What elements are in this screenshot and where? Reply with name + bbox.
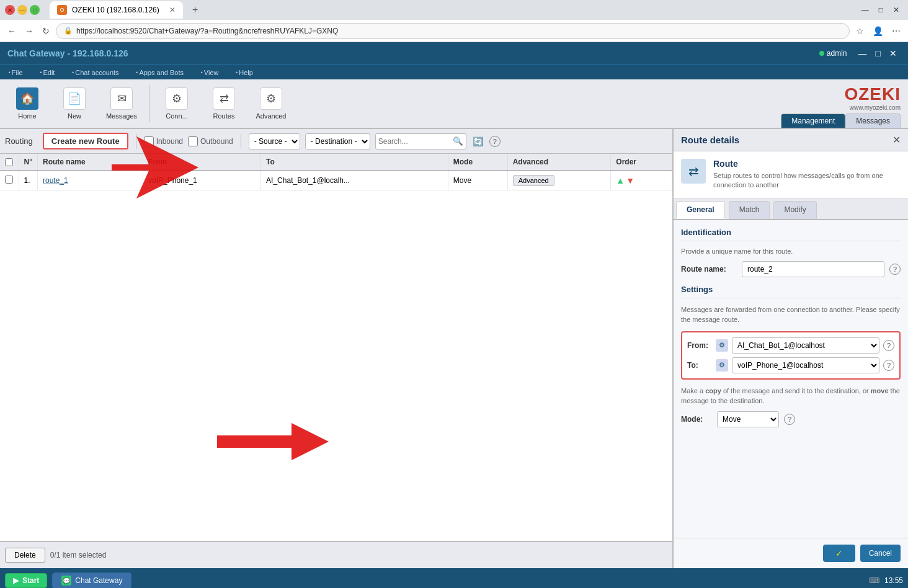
toolbar-advanced-btn[interactable]: ⚙ Advanced — [249, 82, 293, 125]
menu-edit[interactable]: Edit — [37, 68, 59, 78]
cancel-btn[interactable]: Cancel — [860, 545, 901, 562]
extensions-btn[interactable]: ⋯ — [889, 24, 903, 38]
inbound-checkbox[interactable] — [144, 136, 154, 146]
messages-icon: ✉ — [110, 87, 133, 110]
advanced-label: Advanced — [256, 112, 287, 120]
source-filter-select[interactable]: - Source - — [249, 133, 300, 149]
row-num: 1. — [19, 171, 37, 190]
browser-win-max[interactable]: □ — [875, 4, 887, 16]
nav-forward-btn[interactable]: → — [22, 24, 36, 38]
tab-close-btn[interactable]: ✕ — [169, 6, 176, 14]
profile-btn[interactable]: 👤 — [870, 24, 886, 38]
route-link[interactable]: route_1 — [43, 176, 68, 185]
browser-win-min[interactable]: — — [858, 4, 873, 16]
selection-label: 0/1 item selected — [50, 551, 107, 559]
toolbar-home-btn[interactable]: 🏠 Home — [5, 82, 50, 125]
refresh-btn[interactable]: 🔄 — [471, 135, 484, 148]
delete-btn[interactable]: Delete — [5, 548, 45, 563]
tab-match[interactable]: Match — [729, 201, 770, 219]
outbound-toggle[interactable]: Outbound — [188, 136, 233, 146]
ozeki-sub-text: www.myozeki.com — [850, 104, 901, 111]
identification-desc: Provide a unique name for this route. — [681, 247, 901, 255]
create-route-btn[interactable]: Create new Route — [43, 133, 128, 149]
browser-tab[interactable]: O OZEKI 10 (192.168.0.126) ✕ — [50, 1, 183, 19]
from-select[interactable]: AI_Chat_Bot_1@localhost voIP_Phone_1@loc… — [732, 337, 879, 354]
routes-table-container: N° Route name From To Mode Advanced Orde… — [0, 154, 672, 541]
advanced-row-btn[interactable]: Advanced — [513, 175, 554, 186]
panel-title: Route details — [681, 135, 739, 145]
select-all-checkbox[interactable] — [5, 158, 13, 166]
menu-chat-accounts[interactable]: Chat accounts — [68, 68, 122, 78]
row-checkbox[interactable] — [5, 176, 13, 184]
app-win-min-btn[interactable]: — — [855, 47, 871, 60]
to-select[interactable]: voIP_Phone_1@localhost AI_Chat_Bot_1@loc… — [732, 357, 879, 373]
destination-filter-select[interactable]: - Destination - — [305, 133, 370, 149]
chat-gateway-label: Chat Gateway — [75, 576, 122, 585]
search-btn[interactable]: 🔍 — [453, 136, 463, 146]
settings-section: Settings Messages are forwarded from one… — [681, 285, 901, 427]
new-doc-icon: 📄 — [63, 87, 86, 110]
toolbar-new-btn[interactable]: 📄 New — [52, 82, 97, 125]
to-help-btn[interactable]: ? — [883, 360, 894, 371]
admin-status-dot — [819, 51, 824, 56]
from-help-btn[interactable]: ? — [883, 340, 894, 351]
toolbar-routes-btn[interactable]: ⇄ Routes — [202, 82, 246, 125]
outbound-checkbox[interactable] — [188, 136, 198, 146]
browser-min-btn[interactable]: — — [17, 5, 27, 15]
to-label: To: — [687, 361, 712, 370]
mode-label: Mode: — [681, 415, 712, 424]
address-bar[interactable]: 🔒 https://localhost:9520/Chat+Gateway/?a… — [56, 23, 850, 39]
tab-management[interactable]: Management — [781, 114, 845, 128]
mode-help-btn[interactable]: ? — [784, 414, 795, 425]
nav-back-btn[interactable]: ← — [5, 24, 19, 38]
routes-table: N° Route name From To Mode Advanced Orde… — [0, 154, 672, 190]
browser-win-close[interactable]: ✕ — [889, 4, 903, 16]
toolbar-messages-btn[interactable]: ✉ Messages — [99, 82, 144, 125]
menu-help[interactable]: Help — [232, 68, 256, 78]
tab-favicon: O — [57, 5, 67, 15]
routing-label: Routing — [5, 136, 38, 146]
menu-apps-bots[interactable]: Apps and Bots — [133, 68, 187, 78]
browser-max-btn[interactable]: □ — [30, 5, 40, 15]
new-tab-btn[interactable]: + — [188, 2, 203, 17]
order-down-btn[interactable]: ▼ — [626, 176, 634, 185]
tab-general[interactable]: General — [676, 201, 725, 219]
menu-view[interactable]: View — [197, 68, 223, 78]
row-to: AI_Chat_Bot_1@localh... — [261, 171, 448, 190]
start-btn[interactable]: ▶ Start — [5, 573, 47, 588]
from-row: From: ⚙ AI_Chat_Bot_1@localhost voIP_Pho… — [687, 337, 894, 354]
admin-label: admin — [827, 49, 847, 58]
messages-tab-label: Messages — [856, 117, 890, 125]
mode-select[interactable]: Move Copy — [717, 411, 779, 427]
order-up-btn[interactable]: ▲ — [616, 176, 625, 185]
search-input[interactable] — [378, 137, 453, 146]
menu-file[interactable]: File — [5, 68, 27, 78]
mode-row: Mode: Move Copy ? — [681, 411, 901, 427]
chat-gateway-btn[interactable]: 💬 Chat Gateway — [52, 572, 131, 588]
route-name-label: Route name: — [681, 265, 737, 274]
save-btn[interactable]: ✓ — [823, 545, 855, 562]
nav-refresh-btn[interactable]: ↻ — [40, 24, 52, 38]
home-label: Home — [18, 112, 36, 120]
tab-modify[interactable]: Modify — [773, 201, 816, 219]
row-checkbox-cell — [0, 171, 19, 190]
app-container: Chat Gateway - 192.168.0.126 admin — □ ✕… — [0, 42, 908, 588]
inbound-label: Inbound — [156, 137, 183, 146]
panel-close-btn[interactable]: ✕ — [892, 134, 901, 146]
toolbar-connections-btn[interactable]: ⚙ Conn... — [154, 82, 199, 125]
app-win-close-btn[interactable]: ✕ — [886, 47, 901, 60]
help-btn[interactable]: ? — [489, 136, 501, 147]
panel-info: ⇄ Route Setup routes to control how mess… — [674, 151, 908, 198]
menu-help-label: Help — [239, 69, 253, 76]
management-tabs: Management Messages — [781, 114, 901, 128]
bookmark-btn[interactable]: ☆ — [853, 24, 866, 38]
route-name-input[interactable] — [742, 261, 884, 277]
tab-messages[interactable]: Messages — [845, 114, 901, 128]
panel-header: Route details ✕ — [674, 129, 908, 151]
route-name-help-btn[interactable]: ? — [889, 264, 901, 275]
browser-close-btn[interactable]: ✕ — [5, 5, 15, 15]
route-name-row: Route name: ? — [681, 261, 901, 277]
table-row: 1. route_1 voIP_Phone_1 AI_Chat_Bot_1@lo… — [0, 171, 672, 190]
app-win-max-btn[interactable]: □ — [872, 47, 884, 60]
inbound-toggle[interactable]: Inbound — [144, 136, 183, 146]
